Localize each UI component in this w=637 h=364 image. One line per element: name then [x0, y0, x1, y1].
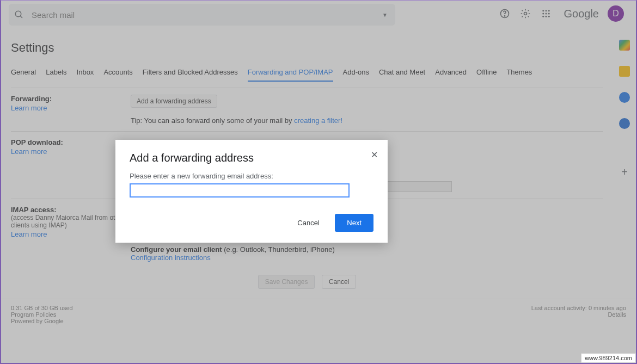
close-icon[interactable]: ✕	[371, 150, 378, 160]
add-forwarding-modal: Add a forwarding address ✕ Please enter …	[115, 140, 388, 243]
modal-cancel-button[interactable]: Cancel	[289, 214, 328, 231]
watermark: www.989214.com	[581, 353, 636, 363]
modal-prompt: Please enter a new forwarding email addr…	[130, 172, 373, 180]
modal-next-button[interactable]: Next	[335, 214, 373, 232]
modal-title: Add a forwarding address	[130, 152, 373, 164]
forwarding-email-input[interactable]	[130, 183, 350, 198]
